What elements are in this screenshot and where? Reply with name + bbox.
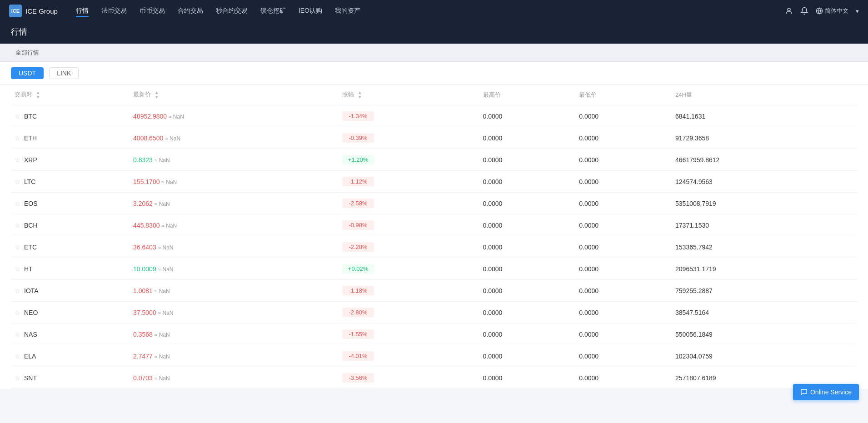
pair-name-BTC: BTC — [24, 113, 37, 120]
price-approx-HT: ≈ NaN — [158, 266, 174, 273]
favorite-star-NEO[interactable]: ☆ — [15, 309, 20, 316]
col-header-high: 最高价 — [479, 85, 576, 105]
change-badge-SNT: -3.56% — [342, 373, 374, 383]
cell-pair-BTC: ☆ BTC — [11, 105, 130, 127]
favorite-star-ELA[interactable]: ☆ — [15, 353, 20, 360]
cell-price-HT: 10.0009 ≈ NaN — [130, 258, 339, 280]
table-row[interactable]: ☆ ETC 36.6403 ≈ NaN -2.28% 0.0000 0.0000… — [11, 236, 857, 258]
pair-name-LTC: LTC — [24, 178, 35, 185]
table-row[interactable]: ☆ NAS 0.3568 ≈ NaN -1.55% 0.0000 0.0000 … — [11, 323, 857, 345]
cell-price-ETH: 4008.6500 ≈ NaN — [130, 127, 339, 149]
cell-high-EOS: 0.0000 — [479, 193, 576, 214]
dropdown-icon[interactable]: ▾ — [856, 8, 859, 15]
market-table: 交易对 ▲▼ 最新价 ▲▼ 涨幅 ▲▼ 最高价 最低价 24H量 — [11, 85, 857, 389]
col-header-change[interactable]: 涨幅 ▲▼ — [339, 85, 479, 105]
favorite-star-LTC[interactable]: ☆ — [15, 178, 20, 185]
cell-low-LTC: 0.0000 — [575, 171, 672, 193]
nav-item-assets[interactable]: 我的资产 — [335, 5, 360, 17]
pair-name-ETH: ETH — [24, 134, 37, 142]
cell-change-HT: +0.02% — [339, 258, 479, 280]
cell-volume-XRP: 46617959.8612 — [672, 149, 857, 171]
online-service-button[interactable]: Online Service — [793, 384, 859, 389]
cell-high-IOTA: 0.0000 — [479, 280, 576, 302]
pair-name-SNT: SNT — [24, 374, 37, 382]
nav-item-fiat[interactable]: 法币交易 — [101, 5, 127, 17]
change-badge-XRP: +1.20% — [342, 155, 374, 164]
favorite-star-IOTA[interactable]: ☆ — [15, 287, 20, 294]
table-row[interactable]: ☆ ETH 4008.6500 ≈ NaN -0.39% 0.0000 0.00… — [11, 127, 857, 149]
price-approx-BCH: ≈ NaN — [161, 223, 177, 229]
cell-low-ETC: 0.0000 — [575, 236, 672, 258]
cell-pair-BCH: ☆ BCH — [11, 214, 130, 236]
table-row[interactable]: ☆ NEO 37.5000 ≈ NaN -2.80% 0.0000 0.0000… — [11, 302, 857, 323]
cell-change-NAS: -1.55% — [339, 323, 479, 345]
cell-change-BTC: -1.34% — [339, 105, 479, 127]
cell-pair-XRP: ☆ XRP — [11, 149, 130, 171]
table-row[interactable]: ☆ EOS 3.2062 ≈ NaN -2.58% 0.0000 0.0000 … — [11, 193, 857, 214]
table-row[interactable]: ☆ SNT 0.0703 ≈ NaN -3.56% 0.0000 0.0000 … — [11, 367, 857, 389]
language-label: 简体中文 — [825, 7, 848, 15]
cell-pair-EOS: ☆ EOS — [11, 193, 130, 214]
nav-item-coin[interactable]: 币币交易 — [140, 5, 165, 17]
col-header-pair[interactable]: 交易对 ▲▼ — [11, 85, 130, 105]
price-value-SNT: 0.0703 — [133, 374, 153, 382]
favorite-star-BCH[interactable]: ☆ — [15, 222, 20, 229]
favorite-star-NAS[interactable]: ☆ — [15, 331, 20, 338]
change-badge-BTC: -1.34% — [342, 111, 374, 121]
cell-pair-NAS: ☆ NAS — [11, 323, 130, 345]
nav-item-ieo[interactable]: IEO认购 — [299, 5, 322, 17]
cell-price-EOS: 3.2062 ≈ NaN — [130, 193, 339, 214]
cell-low-ELA: 0.0000 — [575, 345, 672, 367]
pair-name-ETC: ETC — [24, 244, 37, 251]
cell-price-NAS: 0.3568 ≈ NaN — [130, 323, 339, 345]
cell-change-BCH: -0.98% — [339, 214, 479, 236]
nav-item-market[interactable]: 行情 — [76, 5, 89, 17]
cell-volume-NEO: 38547.5164 — [672, 302, 857, 323]
filter-bar: USDT LINK — [0, 62, 868, 85]
cell-high-SNT: 0.0000 — [479, 367, 576, 389]
favorite-star-XRP[interactable]: ☆ — [15, 156, 20, 164]
table-row[interactable]: ☆ BCH 445.8300 ≈ NaN -0.98% 0.0000 0.000… — [11, 214, 857, 236]
cell-pair-IOTA: ☆ IOTA — [11, 280, 130, 302]
user-icon-btn[interactable] — [785, 7, 793, 15]
nav-item-contract[interactable]: 合约交易 — [178, 5, 203, 17]
tab-all-market[interactable]: 全部行情 — [11, 44, 44, 62]
nav-item-lock-mining[interactable]: 锁仓挖矿 — [260, 5, 286, 17]
cell-high-LTC: 0.0000 — [479, 171, 576, 193]
table-row[interactable]: ☆ ELA 2.7477 ≈ NaN -4.01% 0.0000 0.0000 … — [11, 345, 857, 367]
nav-item-second-contract[interactable]: 秒合约交易 — [216, 5, 248, 17]
price-value-BTC: 48952.9800 — [133, 113, 167, 120]
cell-volume-NAS: 550056.1849 — [672, 323, 857, 345]
col-header-volume: 24H量 — [672, 85, 857, 105]
language-selector[interactable]: 简体中文 — [816, 7, 848, 15]
cell-price-ETC: 36.6403 ≈ NaN — [130, 236, 339, 258]
favorite-star-BTC[interactable]: ☆ — [15, 113, 20, 120]
notification-icon-btn[interactable] — [800, 7, 808, 15]
cell-change-XRP: +1.20% — [339, 149, 479, 171]
cell-change-ELA: -4.01% — [339, 345, 479, 367]
filter-usdt[interactable]: USDT — [11, 67, 44, 79]
table-row[interactable]: ☆ LTC 155.1700 ≈ NaN -1.12% 0.0000 0.000… — [11, 171, 857, 193]
filter-link[interactable]: LINK — [49, 67, 79, 79]
table-row[interactable]: ☆ XRP 0.8323 ≈ NaN +1.20% 0.0000 0.0000 … — [11, 149, 857, 171]
table-row[interactable]: ☆ BTC 48952.9800 ≈ NaN -1.34% 0.0000 0.0… — [11, 105, 857, 127]
price-approx-EOS: ≈ NaN — [155, 201, 170, 207]
table-row[interactable]: ☆ HT 10.0009 ≈ NaN +0.02% 0.0000 0.0000 … — [11, 258, 857, 280]
table-row[interactable]: ☆ IOTA 1.0081 ≈ NaN -1.18% 0.0000 0.0000… — [11, 280, 857, 302]
col-header-price[interactable]: 最新价 ▲▼ — [130, 85, 339, 105]
change-badge-EOS: -2.58% — [342, 199, 374, 208]
favorite-star-ETH[interactable]: ☆ — [15, 134, 20, 142]
favorite-star-SNT[interactable]: ☆ — [15, 374, 20, 382]
nav-right: 简体中文 ▾ — [785, 7, 859, 15]
pair-name-NAS: NAS — [24, 331, 37, 338]
pair-name-BCH: BCH — [24, 222, 38, 229]
cell-high-BCH: 0.0000 — [479, 214, 576, 236]
favorite-star-EOS[interactable]: ☆ — [15, 200, 20, 207]
price-value-XRP: 0.8323 — [133, 156, 153, 164]
cell-price-ELA: 2.7477 ≈ NaN — [130, 345, 339, 367]
cell-high-NEO: 0.0000 — [479, 302, 576, 323]
cell-volume-IOTA: 759255.2887 — [672, 280, 857, 302]
favorite-star-HT[interactable]: ☆ — [15, 265, 20, 273]
cell-high-BTC: 0.0000 — [479, 105, 576, 127]
favorite-star-ETC[interactable]: ☆ — [15, 244, 20, 251]
